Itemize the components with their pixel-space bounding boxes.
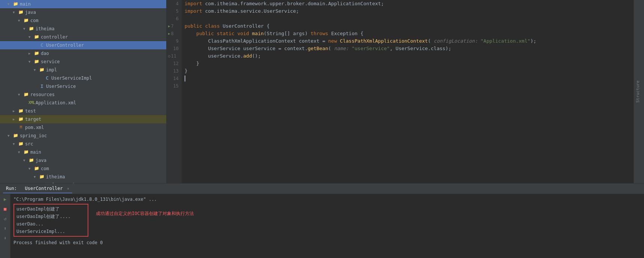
arrow-java: [13, 10, 18, 14]
bottom-content-area: ▶ ■ ↺ ⬆ ⬇ "C:\Program Files\Java\jdk1.8.…: [0, 194, 644, 258]
tree-item-com[interactable]: 📁 com: [0, 16, 166, 25]
ln-4: 4: [168, 0, 179, 7]
tree-item-resources[interactable]: 📁 resources: [0, 90, 166, 99]
tree-label-resources: resources: [30, 92, 55, 97]
tree-item-impl[interactable]: 📁 impl: [0, 66, 166, 74]
folder-icon-java2: 📁: [28, 157, 34, 163]
bottom-panel: Run: UserController × ▶ ■ ↺ ⬆ ⬇ "C:\Prog…: [0, 183, 644, 258]
tree-item-test[interactable]: 📁 test: [0, 107, 166, 115]
tree-item-target[interactable]: 📁 target: [0, 115, 166, 123]
console-exit-line: Process finished with exit code 0: [13, 239, 641, 246]
tree-label-test: test: [25, 108, 36, 114]
structure-panel[interactable]: Structure: [634, 0, 644, 183]
code-text[interactable]: import com.itheima.framework.upper.broke…: [182, 0, 634, 183]
code-line-4: import com.itheima.framework.upper.broke…: [185, 0, 634, 7]
tree-item-main[interactable]: 📁 main: [0, 0, 166, 8]
arrow-java2: [23, 159, 28, 162]
run-controls-sidebar: ▶ ■ ↺ ⬆ ⬇: [0, 194, 10, 258]
run-play-button[interactable]: ▶: [1, 196, 9, 203]
tree-item-userserviceimpl[interactable]: C UserServiceImpl: [0, 74, 166, 82]
code-line-13: }: [185, 67, 634, 75]
arrow-impl: [34, 68, 39, 72]
tree-label-java2: java: [36, 158, 46, 163]
arrow-target: [13, 117, 18, 121]
console-output-line-2: userDaoImpl创建了....: [16, 213, 85, 220]
tree-label-com: com: [30, 18, 39, 23]
folder-icon-main2: 📁: [23, 149, 29, 155]
tree-label-pomxml: pom.xml: [25, 125, 44, 130]
tree-item-main2[interactable]: 📁 main: [0, 148, 166, 156]
run-tab-close[interactable]: ×: [67, 187, 69, 191]
folder-icon-resources: 📁: [23, 92, 29, 98]
folder-icon-springioc: 📁: [13, 133, 19, 139]
arrow-controller: [28, 35, 34, 39]
folder-icon-java: 📁: [18, 9, 24, 15]
tree-item-java[interactable]: 📁 java: [0, 8, 166, 16]
ln-12: 12: [168, 60, 179, 67]
arrow-main: [7, 2, 13, 6]
tree-item-controller[interactable]: 📁 controller: [0, 33, 166, 41]
ln-14: 14: [168, 75, 179, 82]
main-area: 📁 main 📁 java 📁 com 📁 itheima: [0, 0, 644, 183]
tree-item-dao[interactable]: 📁 dao: [0, 49, 166, 58]
tree-item-applicationxml[interactable]: XML Application.xml: [0, 99, 166, 107]
folder-icon-itheima: 📁: [28, 26, 34, 32]
run-label: Run:: [6, 186, 17, 191]
code-content-area[interactable]: 4 5 6 ▶7 ▶8 9 10 ○11 12 13 14 15: [167, 0, 634, 183]
code-editor: 4 5 6 ▶7 ▶8 9 10 ○11 12 13 14 15: [167, 0, 634, 183]
code-line-14: [185, 75, 634, 82]
java-class-icon-userserviceimpl: C: [44, 75, 50, 81]
tree-item-com2[interactable]: 📁 com: [0, 165, 166, 173]
ln-8: ▶8: [168, 30, 179, 37]
tree-item-java2[interactable]: 📁 java: [0, 156, 166, 165]
folder-icon-impl: 📁: [39, 67, 45, 73]
folder-icon-test: 📁: [18, 108, 24, 114]
tree-label-usercontroller: UserController: [46, 43, 84, 48]
run-rerun-button[interactable]: ↺: [1, 215, 9, 222]
file-tree-sidebar: 📁 main 📁 java 📁 com 📁 itheima: [0, 0, 167, 183]
tree-item-src2[interactable]: 📁 src: [0, 140, 166, 148]
arrow-test: [13, 109, 18, 113]
console-output: "C:\Program Files\Java\jdk1.8.0_131\bin\…: [10, 194, 644, 258]
arrow-src2: [13, 142, 18, 146]
arrow-service: [28, 60, 34, 64]
tree-label-dao: dao: [41, 51, 49, 56]
code-line-10: UserService userService = context.getBea…: [185, 45, 634, 52]
tree-label-userserviceimpl: UserServiceImpl: [51, 76, 92, 81]
folder-icon-target: 📁: [18, 116, 24, 122]
folder-icon-src2: 📁: [18, 141, 24, 147]
tree-label-main: main: [20, 1, 31, 7]
java-interface-icon-userservice: I: [39, 83, 45, 89]
run-tab-label[interactable]: Run: UserController ×: [3, 184, 72, 193]
tree-item-springioc[interactable]: 📁 spring_ioc: [0, 132, 166, 140]
tree-item-itheima[interactable]: 📁 itheima: [0, 25, 166, 33]
line-numbers: 4 5 6 ▶7 ▶8 9 10 ○11 12 13 14 15: [167, 0, 182, 183]
tree-label-main2: main: [30, 150, 41, 155]
tree-label-src2: src: [25, 141, 33, 147]
ln-6: 6: [168, 15, 179, 22]
code-line-7: public class UserController {: [185, 22, 634, 30]
tree-label-impl: impl: [46, 67, 57, 73]
tree-label-controller: controller: [41, 34, 68, 40]
arrow-itheima2: [34, 175, 39, 179]
tree-item-service[interactable]: 📁 service: [0, 58, 166, 66]
tree-label-itheima: itheima: [36, 26, 55, 31]
tree-item-usercontroller[interactable]: C UserController: [0, 41, 166, 49]
run-stop-button[interactable]: ■: [1, 205, 9, 213]
folder-icon-com: 📁: [23, 18, 29, 24]
arrow-main2: [18, 150, 23, 154]
tree-item-userservice[interactable]: I UserService: [0, 82, 166, 90]
code-line-5: import com.itheima.service.UserService;: [185, 7, 634, 15]
run-scroll-bottom-button[interactable]: ⬇: [1, 234, 9, 242]
tree-label-java: java: [25, 10, 36, 15]
structure-label[interactable]: Structure: [635, 77, 641, 106]
run-scroll-top-button[interactable]: ⬆: [1, 225, 9, 232]
tree-label-springioc: spring_ioc: [20, 133, 47, 138]
ln-13: 13: [168, 67, 179, 75]
tree-item-itheima2[interactable]: 📁 itheima: [0, 173, 166, 181]
tree-label-itheima2: itheima: [46, 174, 65, 179]
code-line-11: userService.add();: [185, 52, 634, 60]
tree-item-pomxml[interactable]: M pom.xml: [0, 123, 166, 132]
arrow-itheima: [23, 27, 28, 31]
java-class-icon-usercontroller: C: [39, 42, 45, 48]
